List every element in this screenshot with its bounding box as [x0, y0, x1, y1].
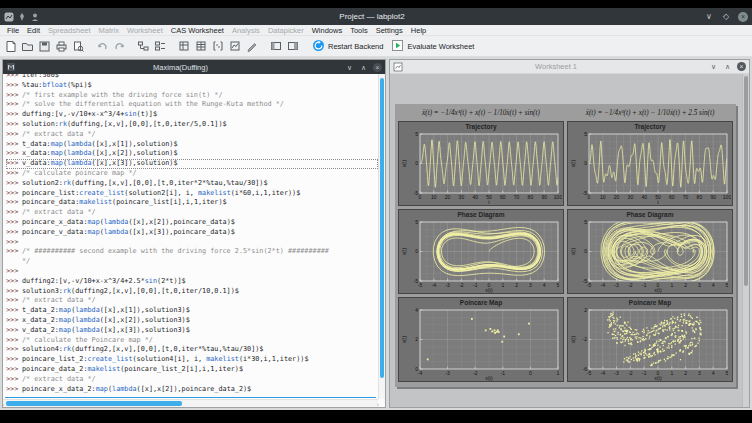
code-line[interactable]: >>>poincare_list:create_list(solution2[i…: [6, 189, 378, 199]
code-line[interactable]: >>>poincare_list_2:create_list(solution4…: [6, 355, 378, 365]
code-line[interactable]: >>>solution:rk(duffing,[x,v],[0,0],[t,0,…: [6, 120, 378, 130]
poincare-map-plot-left[interactable]: Poincare Map-4-3-2-101024x(t)v(t): [398, 297, 564, 382]
code-line[interactable]: >>>solution4:rk(duffing2,[x,v],[0,0],[t,…: [6, 345, 378, 355]
code-line[interactable]: >>>poincare_x_data:map(lambda([x],x[2]),…: [6, 218, 378, 228]
new-document-icon[interactable]: [3, 39, 18, 54]
phase-diagram-plot-left[interactable]: Phase Diagram-5-4-3-2-1012345-505x(t)v(t…: [398, 209, 564, 294]
maximize-icon[interactable]: ◇: [721, 12, 731, 22]
panel-right-icon[interactable]: [286, 39, 301, 54]
trajectory-plot-right[interactable]: Trajectory0102030405060708090100-505tx(t…: [567, 121, 733, 206]
code-line[interactable]: >>>/* calculate the Poincare map */: [6, 336, 378, 346]
maxima-prompt: >>>: [6, 277, 22, 287]
scroll-right-icon[interactable]: ›: [377, 400, 379, 407]
svg-text:4: 4: [543, 282, 546, 288]
code-line[interactable]: >>>: [6, 267, 378, 277]
code-line[interactable]: >>>iter:500$: [6, 74, 378, 81]
code-line[interactable]: >>>/* extract data */: [6, 208, 378, 218]
toggle-project-explorer-icon[interactable]: [136, 39, 151, 54]
open-folder-icon[interactable]: [20, 39, 35, 54]
worksheet-titlebar[interactable]: Worksheet 1 ∨ ∧ ×: [390, 60, 749, 74]
new-workbook-icon[interactable]: [177, 39, 192, 54]
code-line[interactable]: >>>/* extract data */: [6, 130, 378, 140]
code-line[interactable]: >>>duffing:[v,-v/10+x-x^3/4+sin(t)]$: [6, 110, 378, 120]
close-icon[interactable]: ×: [737, 62, 746, 71]
code-vertical-scrollbar[interactable]: [378, 74, 385, 399]
menu-item-windows[interactable]: Windows: [308, 25, 346, 36]
code-line[interactable]: >>>solution3:rk(duffing2,[x,v],[0,0],[t,…: [6, 287, 378, 297]
print-icon[interactable]: [54, 39, 69, 54]
code-line[interactable]: >>>poincare_data:makelist(poincare_list[…: [6, 198, 378, 208]
code-line[interactable]: >>>t_data:map(lambda([x],x[1]),solution)…: [6, 140, 378, 150]
minimize-icon[interactable]: ∨: [704, 12, 714, 22]
svg-text:2: 2: [415, 336, 418, 342]
trajectory-plot-left[interactable]: Trajectory0102030405060708090100-505tx(t…: [398, 121, 564, 206]
code-line[interactable]: >>>duffing2:[v,-v/10+x-x^3/4+2.5*sin(2*t…: [6, 277, 378, 287]
code-text: poincare_x_data_2:map(lambda([x],x[2]),p…: [22, 385, 251, 395]
new-worksheet-icon[interactable]: [228, 39, 243, 54]
svg-text:0: 0: [415, 366, 418, 372]
code-line[interactable]: >>>solution2:rk(duffing,[x,v],[0,0],[t,0…: [6, 179, 378, 189]
restore-icon[interactable]: ∧: [723, 62, 732, 71]
code-line[interactable]: >>>poincare_v_data:map(lambda([x],x[3]),…: [6, 228, 378, 238]
svg-text:-2: -2: [473, 370, 478, 376]
toggle-properties-icon[interactable]: [153, 39, 168, 54]
menu-item-file[interactable]: File: [3, 25, 23, 36]
code-line[interactable]: >>>/* calculate poincare map */: [6, 169, 378, 179]
code-line[interactable]: >>>v_data:map(lambda([x],x[3]),solution)…: [6, 159, 378, 169]
undo-icon[interactable]: [95, 39, 110, 54]
code-line[interactable]: >>>poincare_data_2:makelist(poincare_lis…: [6, 365, 378, 375]
restart-backend-button[interactable]: Restart Backend: [310, 38, 387, 55]
menu-item-help[interactable]: Help: [407, 25, 430, 36]
poincare-map-plot-right[interactable]: Poincare Map-5-4-3-2-1012345-6-22x(t)v(t…: [567, 297, 733, 382]
minimize-icon[interactable]: ∨: [709, 62, 718, 71]
titlebar[interactable]: Project — labplot2 ∨ ◇ ×: [0, 8, 752, 25]
new-spreadsheet-icon[interactable]: [194, 39, 209, 54]
scrollbar-thumb[interactable]: [380, 78, 384, 378]
menu-item-settings[interactable]: Settings: [372, 25, 407, 36]
shortcut-icon[interactable]: [30, 12, 40, 22]
code-line[interactable]: */: [6, 257, 378, 267]
restore-icon[interactable]: ∧: [359, 63, 368, 72]
code-line[interactable]: >>>/* solve the differential equation wi…: [6, 100, 378, 110]
code-line[interactable]: >>>t_data_2:map(lambda([x],x[1]),solutio…: [6, 306, 378, 316]
pin-icon[interactable]: [17, 12, 27, 22]
close-icon[interactable]: ×: [373, 63, 382, 72]
code-line[interactable]: >>>%tau:bfloat(%pi)$: [6, 81, 378, 91]
code-line[interactable]: >>>/* first example with the driving for…: [6, 91, 378, 101]
worksheet-vertical-scrollbar[interactable]: [742, 74, 749, 407]
scrollbar-thumb[interactable]: [744, 76, 748, 286]
svg-text:-2: -2: [628, 370, 633, 376]
maxima-prompt: >>>: [6, 179, 22, 189]
code-horizontal-scrollbar[interactable]: ‹ ›: [3, 399, 378, 407]
code-line[interactable]: >>>poincare_x_data_2:map(lambda([x],x[2]…: [6, 385, 378, 395]
menu-item-cas-worksheet[interactable]: CAS Worksheet: [167, 25, 228, 36]
code-line[interactable]: >>>v_data_2:map(lambda([x],x[3]),solutio…: [6, 326, 378, 336]
panel-left-icon[interactable]: [269, 39, 284, 54]
scrollbar-thumb[interactable]: [6, 401, 182, 406]
print-preview-icon[interactable]: [71, 39, 86, 54]
code-line[interactable]: >>>/* extract data */: [6, 375, 378, 385]
svg-text:4: 4: [712, 282, 715, 288]
scroll-left-icon[interactable]: ‹: [3, 400, 4, 407]
phase-diagram-plot-right[interactable]: Phase Diagram-5-4-3-2-1012345-505x(t)v(t…: [567, 209, 733, 294]
worksheet-view[interactable]: ẍ(t) = −1/4x³(t) + x(t) − 1/10ẋ(t) + sin…: [390, 74, 749, 407]
maxima-code-editor[interactable]: >>>iter:500$>>>%tau:bfloat(%pi)$>>>/* fi…: [3, 74, 378, 399]
minimize-icon[interactable]: ∨: [345, 63, 354, 72]
close-icon[interactable]: ×: [738, 12, 748, 22]
code-line[interactable]: >>>/* ########## second example with the…: [6, 247, 378, 257]
redo-icon[interactable]: [112, 39, 127, 54]
code-line[interactable]: >>>x_data_2:map(lambda([x],x[2]),solutio…: [6, 316, 378, 326]
maxima-titlebar[interactable]: Maxima(Duffing) ∨ ∧ ×: [3, 60, 385, 74]
code-line[interactable]: >>>x_data:map(lambda([x],x[2]),solution)…: [6, 149, 378, 159]
code-line[interactable]: >>>/* extract data */: [6, 296, 378, 306]
plot-canvas: -5-4-3-2-1012345-505x(t)v(t): [400, 220, 562, 292]
menu-item-edit[interactable]: Edit: [23, 25, 44, 36]
menu-item-tools[interactable]: Tools: [346, 25, 372, 36]
evaluate-worksheet-button[interactable]: Evaluate Worksheet: [389, 38, 478, 55]
new-matrix-icon[interactable]: [211, 39, 226, 54]
save-icon[interactable]: [37, 39, 52, 54]
code-line[interactable]: >>>: [6, 238, 378, 248]
svg-text:-5: -5: [587, 370, 592, 376]
new-note-icon[interactable]: [245, 39, 260, 54]
svg-text:100: 100: [723, 194, 731, 200]
